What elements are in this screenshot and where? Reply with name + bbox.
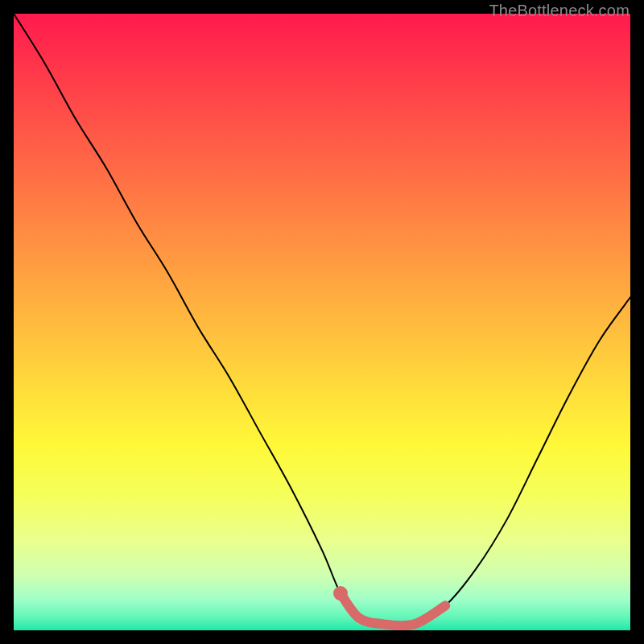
watermark-text: TheBottleneck.com xyxy=(489,2,630,20)
chart-svg xyxy=(14,14,630,630)
chart-plot-area xyxy=(14,14,630,630)
bottleneck-curve xyxy=(14,14,630,625)
optimal-range-highlight xyxy=(341,593,445,625)
marker-dot xyxy=(333,586,348,601)
